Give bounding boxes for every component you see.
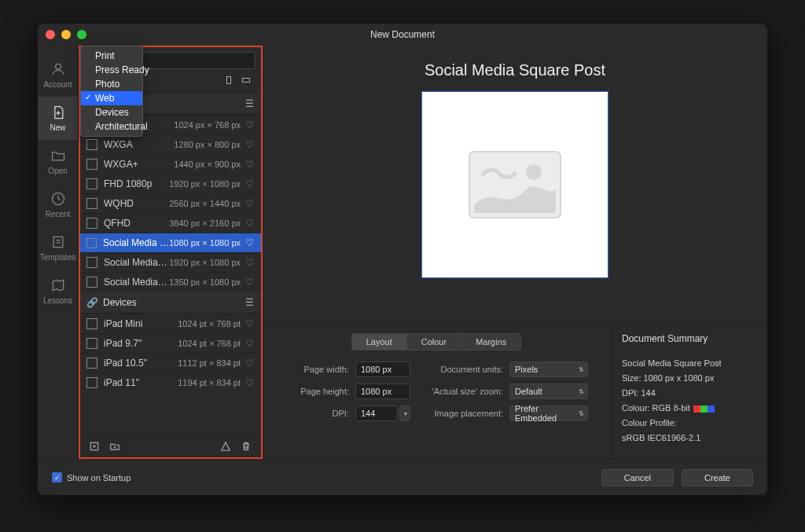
- dropdown-item-photo[interactable]: Photo: [81, 77, 142, 91]
- minimize-window-button[interactable]: [61, 30, 71, 39]
- dropdown-item-devices[interactable]: Devices: [81, 105, 142, 119]
- map-icon: [50, 277, 66, 293]
- swatch-green: [700, 405, 708, 413]
- heart-icon[interactable]: ♡: [245, 119, 254, 130]
- heart-icon[interactable]: ♡: [245, 358, 254, 369]
- preset-dimensions: 1080 px × 1080 px: [169, 238, 241, 248]
- preset-row[interactable]: WXGA+1440 px × 900 px♡: [79, 154, 262, 174]
- preset-name: iPad Mini: [104, 318, 178, 329]
- sidebar-item-recent[interactable]: Recent: [38, 183, 78, 226]
- heart-icon[interactable]: ♡: [245, 318, 254, 329]
- tab-layout[interactable]: Layout: [351, 333, 407, 350]
- chevron-updown-icon: ⇅: [579, 388, 584, 395]
- doc-units-select[interactable]: Pixels⇅: [509, 361, 588, 377]
- preset-row[interactable]: WQHD2560 px × 1440 px♡: [79, 193, 262, 213]
- summary-dpi: DPI: 144: [622, 388, 756, 398]
- preset-dimensions: 1920 px × 1080 px: [169, 258, 241, 267]
- swatch-red: [693, 405, 700, 413]
- preset-row[interactable]: Social Media Story Post1920 px × 1080 px…: [79, 252, 262, 272]
- cancel-button[interactable]: Cancel: [601, 469, 674, 486]
- show-startup-checkbox[interactable]: ✓: [52, 472, 62, 482]
- heart-icon[interactable]: ♡: [245, 257, 254, 268]
- add-preset-icon[interactable]: [88, 440, 101, 453]
- dropdown-item-architectural[interactable]: Architectural: [81, 119, 142, 134]
- preset-row[interactable]: QFHD3840 px × 2160 px♡: [79, 213, 262, 233]
- preset-name: iPad 9.7": [104, 338, 178, 349]
- preset-thumb-icon: [86, 277, 97, 288]
- heart-icon[interactable]: ♡: [245, 338, 254, 349]
- zoom-window-button[interactable]: [77, 30, 86, 39]
- chevron-updown-icon: ⇅: [579, 410, 584, 417]
- preset-name: QFHD: [104, 218, 169, 229]
- rename-icon[interactable]: [219, 440, 232, 453]
- window-body: Account New Open Recent Templates Lesson…: [38, 46, 767, 459]
- account-icon: [50, 61, 66, 77]
- page-height-input[interactable]: 1080 px: [355, 383, 410, 399]
- preset-thumb-icon: [86, 198, 97, 209]
- add-folder-icon[interactable]: [108, 440, 121, 453]
- preset-thumb-icon: [86, 218, 97, 229]
- show-startup-label: Show on Startup: [67, 473, 130, 482]
- preset-row[interactable]: FHD 1080p1920 px × 1080 px♡: [79, 174, 262, 193]
- page-height-label: Page height:: [277, 387, 349, 396]
- group-header-devices[interactable]: 🔗Devices☰: [79, 292, 262, 314]
- heart-icon[interactable]: ♡: [245, 277, 254, 288]
- heart-icon[interactable]: ♡: [245, 178, 254, 189]
- dropdown-item-web[interactable]: Web: [81, 91, 142, 105]
- heart-icon[interactable]: ♡: [245, 159, 254, 170]
- preset-row[interactable]: iPad 11"1194 pt × 834 pt♡: [79, 372, 262, 392]
- dpi-stepper[interactable]: ▾: [399, 405, 410, 421]
- heart-icon[interactable]: ♡: [245, 377, 254, 388]
- portrait-orient-icon[interactable]: [222, 74, 235, 86]
- preview-area: Social Media Square Post: [263, 46, 767, 321]
- sidebar-label: Open: [48, 167, 67, 175]
- sidebar-label: Lessons: [43, 296, 72, 305]
- preset-name: WXGA: [104, 139, 174, 150]
- sidebar-item-templates[interactable]: Templates: [38, 226, 78, 270]
- placement-label: Image placement:: [417, 409, 503, 418]
- zoom-label: 'Actual size' zoom:: [417, 387, 503, 396]
- sidebar-item-lessons[interactable]: Lessons: [38, 270, 78, 313]
- preset-row[interactable]: WXGA1280 px × 800 px♡: [79, 134, 262, 154]
- dropdown-item-press-ready[interactable]: Press Ready: [81, 63, 142, 77]
- preset-row[interactable]: Social Media Portrait P...1350 px × 1080…: [79, 272, 262, 292]
- sidebar-label: Account: [43, 80, 72, 89]
- preset-name: Social Media Portrait P...: [104, 277, 169, 288]
- preset-name: iPad 11": [104, 377, 178, 388]
- preset-row[interactable]: iPad 10.5"1112 pt × 834 pt♡: [79, 353, 262, 372]
- left-sidebar: Account New Open Recent Templates Lesson…: [38, 46, 79, 459]
- preset-name: Social Media Story Post: [104, 257, 169, 268]
- close-window-button[interactable]: [46, 30, 55, 39]
- page-width-input[interactable]: 1080 px: [355, 361, 410, 377]
- heart-icon[interactable]: ♡: [245, 198, 254, 209]
- preset-row[interactable]: iPad Mini1024 pt × 768 pt♡: [79, 314, 262, 333]
- heart-icon[interactable]: ♡: [245, 218, 254, 229]
- preset-row[interactable]: Social Media Square P...1080 px × 1080 p…: [79, 233, 262, 252]
- placement-select[interactable]: Prefer Embedded⇅: [509, 405, 588, 421]
- sidebar-item-open[interactable]: Open: [38, 140, 78, 183]
- summary-profile-value: sRGB IEC61966-2.1: [622, 433, 756, 442]
- dpi-input[interactable]: 144: [355, 405, 398, 421]
- zoom-select[interactable]: Default⇅: [509, 383, 588, 399]
- preset-row[interactable]: iPad 9.7"1024 pt × 768 pt♡: [79, 333, 262, 353]
- hamburger-icon[interactable]: ☰: [245, 98, 254, 109]
- image-placeholder-icon: [468, 150, 562, 219]
- sidebar-item-new[interactable]: New: [38, 97, 78, 140]
- trash-icon[interactable]: [240, 440, 252, 453]
- dpi-label: DPI:: [277, 409, 349, 418]
- preset-list: ☰XGA1024 px × 768 px♡WXGA1280 px × 800 p…: [79, 93, 262, 433]
- preset-thumb-icon: [86, 318, 97, 329]
- sidebar-item-account[interactable]: Account: [38, 53, 78, 97]
- heart-icon[interactable]: ♡: [245, 237, 254, 248]
- hamburger-icon[interactable]: ☰: [245, 297, 254, 308]
- tab-colour[interactable]: Colour: [407, 333, 461, 350]
- settings-panel: LayoutColourMargins Page width: 1080 px …: [263, 321, 767, 459]
- tab-margins[interactable]: Margins: [461, 333, 521, 350]
- landscape-orient-icon[interactable]: [240, 74, 252, 86]
- summary-title: Document Summary: [622, 333, 756, 344]
- dropdown-item-print[interactable]: Print: [81, 49, 142, 63]
- doc-units-label: Document units:: [417, 365, 503, 374]
- create-button[interactable]: Create: [682, 469, 753, 486]
- heart-icon[interactable]: ♡: [245, 139, 254, 150]
- preset-thumb-icon: [86, 257, 97, 268]
